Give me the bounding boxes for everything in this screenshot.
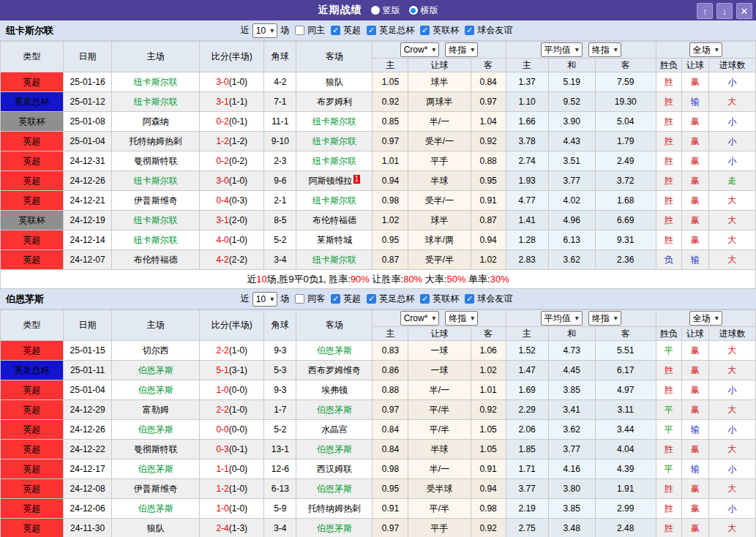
handicap-away-odds: 1.05 — [471, 420, 506, 440]
match-date: 24-12-21 — [64, 191, 112, 211]
chevron-down-icon: ▾ — [432, 45, 435, 55]
avg-stage-select[interactable]: 终指▾ — [588, 42, 621, 57]
handicap-home-odds: 0.85 — [373, 112, 408, 132]
scope-select[interactable]: 全场▾ — [689, 42, 722, 57]
result-handicap: 赢 — [691, 215, 700, 225]
recent-results-window: 近期战绩 竖版 横版 ↑ ↓ ✕ 纽卡斯尔联近10▾场同主✓英超✓英足总杯✓英联… — [0, 0, 756, 537]
note-badge[interactable]: 1 — [353, 175, 361, 184]
result-outcome-cell: 胜 — [656, 380, 681, 400]
odds-stage-select[interactable]: 终指▾ — [445, 42, 478, 57]
match-date: 24-12-26 — [64, 171, 112, 191]
competition-badge: 英超 — [1, 341, 64, 361]
home-team-cell: 纽卡斯尔联 — [112, 171, 200, 191]
layout-radio-vertical-label: 竖版 — [383, 4, 400, 17]
avg-stage-select-value: 终指 — [592, 313, 610, 323]
home-team-cell: 狼队 — [112, 519, 200, 537]
games-label: 场 — [280, 24, 289, 37]
halftime-score: (3-1) — [229, 365, 247, 375]
odds-dropdown-group: Crow*▾终指▾ — [373, 42, 506, 59]
result-outcome: 胜 — [665, 385, 673, 395]
odds-stage-select[interactable]: 终指▾ — [445, 311, 478, 326]
same-venue-checkbox[interactable] — [295, 294, 304, 304]
odds-stage-select-value: 终指 — [449, 45, 466, 55]
odds-source-select[interactable]: Crow*▾ — [400, 311, 440, 326]
avg-stage-select[interactable]: 终指▾ — [588, 311, 621, 326]
away-team-cell: 阿斯顿维拉1 — [296, 171, 373, 191]
avg-dropdowns: 平均值▾终指▾ — [506, 311, 656, 326]
league-checkbox-2[interactable]: ✓ — [420, 26, 430, 35]
recent-label: 近 — [241, 293, 250, 305]
result-goals-cell: 大 — [708, 519, 755, 537]
avg-home-odds: 1.28 — [506, 230, 548, 250]
fulltime-score: 0-4 — [216, 195, 228, 206]
result-outcome: 胜 — [665, 136, 673, 146]
same-venue-checkbox[interactable] — [295, 26, 304, 35]
league-checkbox-3[interactable]: ✓ — [465, 26, 474, 35]
sub-column-header: 客 — [595, 327, 656, 341]
avg-away-odds: 4.97 — [595, 380, 656, 400]
league-checkbox-2[interactable]: ✓ — [420, 294, 430, 304]
result-goals: 小 — [727, 136, 736, 146]
result-goals-cell: 小 — [708, 72, 755, 92]
result-handicap-cell: 赢 — [681, 151, 708, 171]
check-icon: ✓ — [368, 26, 375, 35]
league-checkbox-0[interactable]: ✓ — [331, 294, 340, 304]
scope-select[interactable]: 全场▾ — [689, 311, 722, 326]
chevron-down-icon: ▾ — [575, 45, 579, 55]
handicap-line: 两球半 — [408, 92, 471, 112]
league-checkbox-3[interactable]: ✓ — [465, 294, 474, 304]
layout-radio-vertical[interactable]: 竖版 — [371, 4, 400, 17]
halftime-score: (0-0) — [229, 424, 247, 435]
recent-count-select-value: 10 — [256, 26, 266, 36]
header-row-groups: 类型日期主场比分(半场)角球客场Crow*▾终指▾平均值▾终指▾全场▾ — [1, 310, 756, 327]
section-filter-bar: 纽卡斯尔联近10▾场同主✓英超✓英足总杯✓英联杯✓球会友谊 — [0, 20, 756, 41]
corner-score: 12-6 — [264, 459, 296, 479]
home-team: 富勒姆 — [143, 405, 169, 415]
chevron-down-icon: ▾ — [270, 26, 274, 36]
home-team-cell: 托特纳姆热刺 — [112, 132, 200, 151]
summary-segment: 30% — [490, 274, 509, 285]
avg-draw-odds: 9.52 — [548, 92, 595, 112]
result-goals-cell: 大 — [708, 191, 755, 211]
move-down-button[interactable]: ↓ — [716, 3, 733, 19]
column-header: 主场 — [112, 42, 200, 72]
result-outcome: 平 — [665, 405, 673, 415]
avg-home-odds: 2.29 — [506, 400, 548, 420]
avg-source-select[interactable]: 平均值▾ — [541, 311, 583, 326]
move-up-button[interactable]: ↑ — [697, 3, 713, 19]
league-checkbox-0[interactable]: ✓ — [331, 26, 340, 35]
column-header: 比分(半场) — [200, 310, 264, 341]
away-team: 纽卡斯尔联 — [312, 255, 356, 265]
avg-draw-odds: 5.19 — [548, 72, 595, 92]
handicap-away-odds: 0.84 — [471, 72, 506, 92]
table-body: 英超25-01-15切尔西2-2(1-0)9-3伯恩茅斯0.83一球1.061.… — [1, 341, 756, 537]
competition-badge: 英超 — [1, 380, 64, 400]
result-outcome: 胜 — [665, 235, 673, 245]
recent-count-select[interactable]: 10▾ — [252, 23, 277, 38]
result-goals: 小 — [727, 503, 736, 514]
score-cell: 0-3(0-1) — [200, 440, 264, 459]
home-team: 纽卡斯尔联 — [134, 215, 178, 225]
close-button[interactable]: ✕ — [736, 3, 752, 19]
handicap-away-odds: 1.05 — [471, 440, 506, 459]
avg-source-select[interactable]: 平均值▾ — [541, 42, 583, 57]
handicap-line: 平/半 — [408, 499, 471, 519]
halftime-score: (1-2) — [229, 136, 247, 146]
home-team: 纽卡斯尔联 — [134, 235, 178, 245]
league-checkbox-1[interactable]: ✓ — [367, 26, 376, 35]
check-icon: ✓ — [332, 26, 339, 35]
halftime-score: (1-0) — [229, 176, 247, 186]
match-date: 24-12-14 — [64, 230, 112, 250]
avg-source-select-value: 平均值 — [544, 313, 571, 323]
home-team-cell: 纽卡斯尔联 — [112, 211, 200, 230]
recent-count-select[interactable]: 10▾ — [252, 292, 277, 307]
odds-source-select[interactable]: Crow*▾ — [400, 42, 440, 57]
score-cell: 0-2(0-2) — [200, 151, 264, 171]
league-checkbox-1[interactable]: ✓ — [367, 294, 376, 304]
corner-score: 5-2 — [264, 420, 296, 440]
match-date: 25-01-04 — [64, 380, 112, 400]
avg-away-odds: 4.04 — [595, 440, 656, 459]
team-section: 纽卡斯尔联近10▾场同主✓英超✓英足总杯✓英联杯✓球会友谊类型日期主场比分(半场… — [0, 20, 756, 289]
layout-radio-horizontal[interactable]: 横版 — [409, 4, 438, 17]
fulltime-score: 3-1 — [216, 97, 228, 107]
